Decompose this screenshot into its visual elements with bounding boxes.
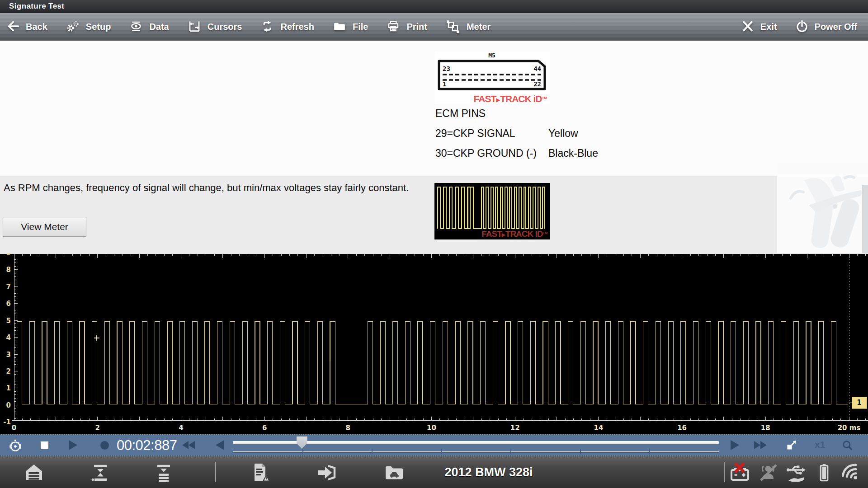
- ecm-pin-29: 29=CKP SIGNAL: [435, 127, 548, 140]
- refresh-icon: [260, 19, 274, 35]
- ckp-waveform: [17, 321, 848, 404]
- connector-figure: M5 23 44 1 22 FAST▶TRACK iDTM: [434, 51, 550, 104]
- data-button[interactable]: Data: [129, 19, 169, 35]
- eye-icon: [129, 19, 143, 35]
- refresh-label: Refresh: [280, 22, 314, 32]
- setup-button[interactable]: Setup: [66, 19, 111, 35]
- print-button[interactable]: Print: [386, 19, 427, 35]
- svg-text:44: 44: [533, 65, 541, 72]
- main-toolbar: Back Setup Data Cursors Refresh: [0, 13, 868, 41]
- fast-track-id-logo: FAST▶TRACK iDTM: [474, 94, 547, 104]
- ecm-connector-diagram: M5 23 44 1 22: [434, 51, 550, 94]
- statusbar-divider: [215, 462, 216, 482]
- vehicle-folder-icon[interactable]: [382, 462, 406, 485]
- trigger-cross-marker: [94, 335, 99, 341]
- file-button[interactable]: File: [332, 19, 368, 35]
- svg-text:1: 1: [443, 80, 446, 88]
- x-axis-label: 16: [677, 424, 687, 432]
- back-label: Back: [26, 22, 47, 32]
- timeline-tick: [649, 449, 650, 454]
- stopwatch-icon[interactable]: [8, 438, 23, 455]
- y-axis-label: 8: [6, 266, 11, 274]
- svg-text:22: 22: [533, 80, 541, 88]
- ecm-wire-30: Black-Blue: [548, 147, 598, 160]
- x-axis-label: 2: [95, 424, 99, 432]
- x-axis-label: 20 ms: [838, 424, 861, 432]
- note-text: As RPM changes, frequency of signal will…: [4, 182, 410, 194]
- report-warning-icon[interactable]: [249, 461, 272, 485]
- connect-arrow-icon[interactable]: [316, 462, 338, 485]
- zoom-icon[interactable]: [841, 439, 854, 454]
- data-label: Data: [149, 22, 169, 32]
- y-axis-label: 3: [6, 351, 11, 359]
- speed-indicator: x1: [815, 439, 825, 450]
- signature-thumbnail: FAST▶TRACK iDTM: [434, 183, 550, 239]
- status-bar: 2012 BMW 328i: [0, 456, 868, 488]
- setup-label: Setup: [86, 22, 111, 32]
- record-button[interactable]: [100, 441, 109, 450]
- x-axis-label: 4: [179, 424, 183, 432]
- power-off-button[interactable]: Power Off: [795, 19, 857, 35]
- seek-slider-thumb[interactable]: [297, 436, 307, 449]
- meter-label: Meter: [467, 22, 491, 32]
- stop-button[interactable]: [41, 441, 48, 449]
- wifi-icon: [839, 461, 863, 485]
- note-panel: As RPM changes, frequency of signal will…: [0, 176, 868, 253]
- gears-icon: [66, 19, 80, 35]
- battery-fault-icon: [728, 462, 752, 485]
- rewind-button[interactable]: [182, 441, 195, 451]
- cursors-icon: [187, 19, 202, 35]
- home-icon[interactable]: [23, 461, 45, 485]
- folder-icon: [332, 19, 347, 35]
- ecm-pin-30: 30=CKP GROUND (-): [435, 147, 548, 160]
- connector-label: M5: [488, 52, 495, 59]
- playback-toolbar: 00:02:887 x1: [0, 434, 868, 456]
- meter-button[interactable]: Meter: [445, 19, 491, 35]
- photo-edge-strip: [862, 185, 868, 253]
- timeline-tick: [372, 449, 373, 454]
- play-button[interactable]: [69, 440, 77, 450]
- usb-icon: [785, 462, 807, 485]
- fast-forward-button[interactable]: [754, 441, 767, 451]
- statusbar-divider-right: [724, 462, 725, 482]
- step-forward-button[interactable]: [731, 440, 739, 450]
- voice-muted-icon: [758, 462, 779, 485]
- threshold-menu-icon[interactable]: [153, 462, 175, 485]
- refresh-button[interactable]: Refresh: [260, 19, 314, 35]
- x-axis-label: 8: [346, 424, 350, 432]
- section-divider: [0, 176, 868, 176]
- y-axis-label: 9: [6, 253, 11, 257]
- y-axis-label: -1: [3, 418, 11, 426]
- ecm-pins-title: ECM PINS: [435, 108, 598, 120]
- x-axis-label: 18: [761, 424, 770, 432]
- fast-track-id-logo-dark: FAST▶TRACK iDTM: [481, 229, 547, 239]
- x-axis-label: 14: [594, 424, 603, 432]
- page-title: Signature Test: [9, 2, 64, 10]
- x-axis-label: 6: [262, 424, 267, 432]
- vehicle-id[interactable]: 2012 BMW 328i: [444, 465, 533, 479]
- exit-label: Exit: [760, 22, 777, 32]
- step-back-button[interactable]: [216, 440, 224, 450]
- x-axis-label: 10: [427, 424, 436, 432]
- scope-plot: 9876543210-102468101214161820 ms1: [0, 253, 868, 434]
- cursors-label: Cursors: [208, 22, 242, 32]
- scale-adjust-icon[interactable]: [90, 462, 111, 485]
- back-button[interactable]: Back: [6, 19, 47, 35]
- expand-icon[interactable]: [785, 439, 798, 454]
- y-axis-label: 7: [6, 283, 11, 291]
- svg-text:23: 23: [443, 65, 450, 72]
- exit-button[interactable]: Exit: [741, 19, 777, 35]
- printer-icon: [386, 19, 401, 35]
- battery-icon: [814, 461, 834, 485]
- window-title-bar: Signature Test: [0, 0, 868, 13]
- back-arrow-icon: [6, 19, 20, 35]
- timeline-track[interactable]: [233, 451, 719, 452]
- cursors-button[interactable]: Cursors: [187, 19, 242, 35]
- y-axis-label: 0: [6, 401, 11, 409]
- file-label: File: [353, 22, 368, 32]
- power-icon: [795, 19, 809, 35]
- view-meter-button[interactable]: View Meter: [3, 217, 86, 237]
- timeline-tick: [580, 449, 581, 454]
- x-axis-label: 0: [12, 424, 16, 432]
- oscilloscope-display[interactable]: 9876543210-102468101214161820 ms1: [0, 253, 868, 434]
